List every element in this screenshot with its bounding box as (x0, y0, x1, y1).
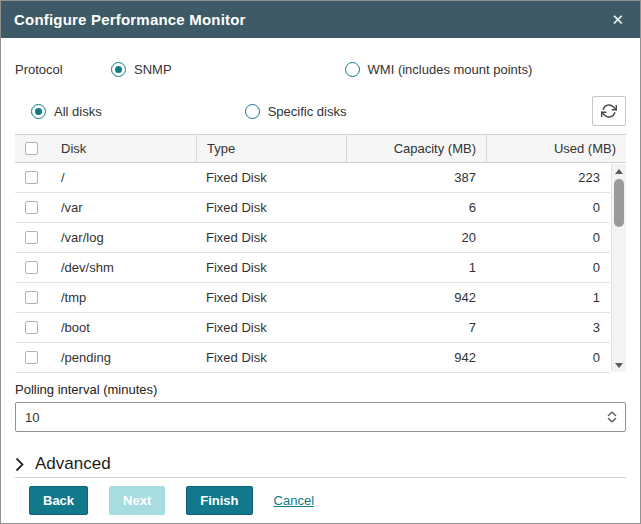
refresh-icon (601, 103, 617, 119)
cell-type: Fixed Disk (196, 200, 346, 215)
row-checkbox[interactable] (25, 231, 38, 244)
row-checkbox[interactable] (25, 321, 38, 334)
cell-capacity: 1 (346, 260, 486, 275)
radio-snmp-label: SNMP (134, 62, 172, 77)
column-header-type[interactable]: Type (196, 135, 346, 162)
cell-type: Fixed Disk (196, 170, 346, 185)
close-icon[interactable]: ✕ (608, 10, 627, 29)
advanced-label: Advanced (35, 454, 111, 474)
radio-wmi-label: WMI (includes mount points) (368, 62, 533, 77)
polling-interval-field (15, 402, 626, 432)
scrollbar-thumb[interactable] (614, 179, 624, 227)
radio-option-snmp[interactable]: SNMP (111, 62, 172, 77)
disk-table-header: Disk Type Capacity (MB) Used (MB) (15, 134, 626, 163)
dialog-content: Protocol SNMP WMI (includes mount points… (1, 38, 640, 523)
radio-specific-disks-label: Specific disks (268, 104, 347, 119)
cell-capacity: 942 (346, 350, 486, 365)
polling-interval-input[interactable] (15, 402, 626, 432)
chevron-right-icon (15, 457, 24, 472)
row-checkbox[interactable] (25, 261, 38, 274)
cancel-link[interactable]: Cancel (274, 493, 314, 508)
column-header-disk[interactable]: Disk (51, 135, 196, 162)
radio-all-disks-label: All disks (54, 104, 102, 119)
cell-disk: /var (51, 200, 196, 215)
select-all-checkbox[interactable] (25, 142, 38, 155)
cell-capacity: 387 (346, 170, 486, 185)
cell-capacity: 20 (346, 230, 486, 245)
radio-wmi-icon[interactable] (345, 62, 360, 77)
radio-option-wmi[interactable]: WMI (includes mount points) (345, 62, 533, 77)
table-row[interactable]: /tmp Fixed Disk 942 1 (15, 283, 610, 313)
table-row[interactable]: /pending Fixed Disk 942 0 (15, 343, 610, 373)
cell-used: 223 (486, 170, 610, 185)
radio-all-disks-selected-icon[interactable] (31, 104, 46, 119)
table-row[interactable]: /var/log Fixed Disk 20 0 (15, 223, 610, 253)
row-checkbox[interactable] (25, 291, 38, 304)
cell-used: 3 (486, 320, 610, 335)
next-button[interactable]: Next (109, 486, 165, 515)
advanced-expander[interactable]: Advanced (15, 454, 626, 474)
cell-capacity: 7 (346, 320, 486, 335)
dialog-title: Configure Performance Monitor (14, 11, 246, 28)
number-stepper[interactable] (607, 412, 617, 423)
cell-used: 0 (486, 350, 610, 365)
radio-option-all-disks[interactable]: All disks (31, 104, 102, 119)
chevron-down-icon[interactable] (607, 418, 617, 423)
cell-used: 0 (486, 200, 610, 215)
cell-type: Fixed Disk (196, 260, 346, 275)
scroll-up-icon[interactable] (612, 164, 626, 178)
radio-snmp-selected-icon[interactable] (111, 62, 126, 77)
cell-disk: /pending (51, 350, 196, 365)
protocol-row: Protocol SNMP WMI (includes mount points… (15, 60, 626, 78)
back-button[interactable]: Back (29, 486, 88, 515)
finish-button[interactable]: Finish (186, 486, 252, 515)
cell-type: Fixed Disk (196, 320, 346, 335)
scroll-down-icon[interactable] (612, 358, 626, 372)
configure-performance-monitor-dialog: Configure Performance Monitor ✕ Protocol… (0, 0, 641, 524)
cell-disk: /var/log (51, 230, 196, 245)
cell-capacity: 942 (346, 290, 486, 305)
cell-used: 1 (486, 290, 610, 305)
disk-table-body: / Fixed Disk 387 223 /var Fixed Disk 6 0… (15, 163, 626, 373)
column-header-capacity[interactable]: Capacity (MB) (346, 135, 486, 162)
row-checkbox[interactable] (25, 351, 38, 364)
column-header-used[interactable]: Used (MB) (486, 135, 626, 162)
header-checkbox-cell (15, 135, 51, 162)
table-row[interactable]: / Fixed Disk 387 223 (15, 163, 610, 193)
table-row[interactable]: /var Fixed Disk 6 0 (15, 193, 610, 223)
cell-disk: /dev/shm (51, 260, 196, 275)
dialog-footer: Back Next Finish Cancel (15, 477, 626, 523)
polling-interval-label: Polling interval (minutes) (15, 382, 626, 397)
cell-capacity: 6 (346, 200, 486, 215)
refresh-button[interactable] (592, 96, 626, 126)
cell-disk: /boot (51, 320, 196, 335)
disk-table: Disk Type Capacity (MB) Used (MB) / Fixe… (15, 134, 626, 373)
disk-scope-row: All disks Specific disks (15, 96, 626, 126)
chevron-up-icon[interactable] (607, 412, 617, 417)
cell-disk: /tmp (51, 290, 196, 305)
radio-specific-disks-icon[interactable] (245, 104, 260, 119)
table-row[interactable]: /boot Fixed Disk 7 3 (15, 313, 610, 343)
table-scrollbar[interactable] (611, 164, 626, 372)
table-row[interactable]: /dev/shm Fixed Disk 1 0 (15, 253, 610, 283)
protocol-label: Protocol (15, 62, 111, 77)
radio-option-specific-disks[interactable]: Specific disks (245, 104, 347, 119)
cell-used: 0 (486, 260, 610, 275)
row-checkbox[interactable] (25, 201, 38, 214)
cell-disk: / (51, 170, 196, 185)
cell-type: Fixed Disk (196, 290, 346, 305)
cell-used: 0 (486, 230, 610, 245)
dialog-titlebar: Configure Performance Monitor ✕ (1, 1, 640, 38)
cell-type: Fixed Disk (196, 230, 346, 245)
row-checkbox[interactable] (25, 171, 38, 184)
cell-type: Fixed Disk (196, 350, 346, 365)
